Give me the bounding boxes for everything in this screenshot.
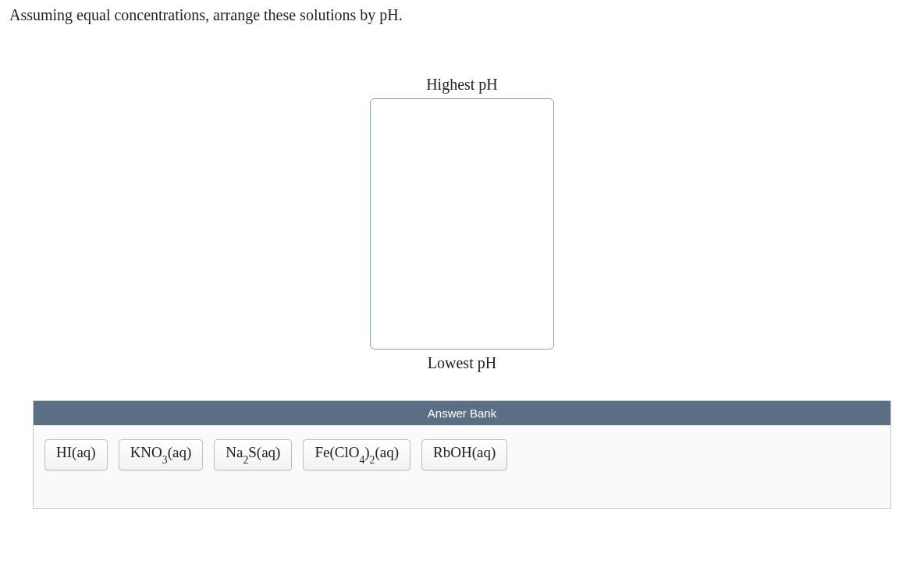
answer-bank-title: Answer Bank: [34, 401, 890, 425]
tile-feclo4-2[interactable]: Fe(ClO4)2(aq): [303, 439, 410, 470]
ranking-area: Highest pH Lowest pH: [9, 71, 915, 377]
tile-hi[interactable]: HI(aq): [44, 439, 108, 470]
tile-na2s[interactable]: Na2S(aq): [214, 439, 292, 470]
lowest-ph-label: Lowest pH: [428, 354, 496, 372]
answer-bank: Answer Bank HI(aq) KNO3(aq) Na2S(aq) Fe(…: [33, 400, 891, 509]
answer-bank-body[interactable]: HI(aq) KNO3(aq) Na2S(aq) Fe(ClO4)2(aq) R…: [34, 425, 890, 508]
question-text: Assuming equal concentrations, arrange t…: [9, 6, 915, 24]
highest-ph-label: Highest pH: [426, 76, 498, 94]
tile-kno3[interactable]: KNO3(aq): [119, 439, 204, 470]
ranking-drop-zone[interactable]: [370, 98, 554, 350]
tile-rboh[interactable]: RbOH(aq): [421, 439, 507, 470]
